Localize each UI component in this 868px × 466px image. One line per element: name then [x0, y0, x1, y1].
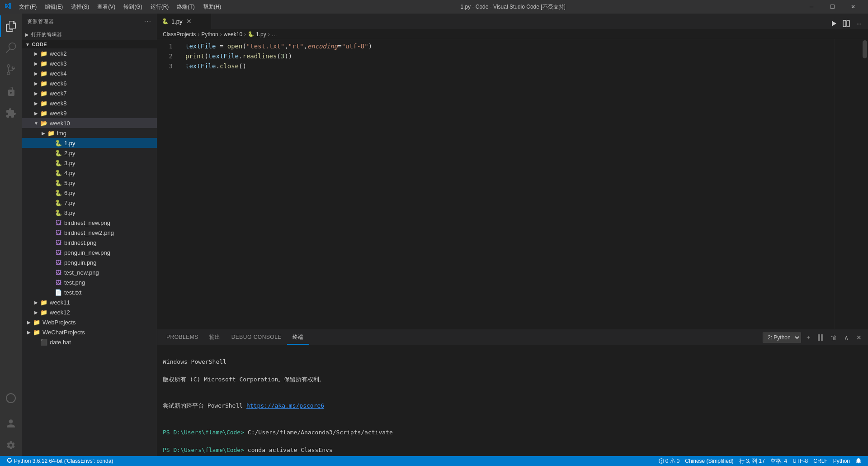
menu-terminal[interactable]: 终端(T): [173, 2, 198, 12]
new-terminal-button[interactable]: +: [803, 332, 814, 343]
tree-item-test-new-png[interactable]: 🖼 test_new.png: [22, 267, 157, 277]
close-button[interactable]: ✕: [843, 0, 863, 14]
tree-item-test-png[interactable]: 🖼 test.png: [22, 277, 157, 287]
activity-explorer[interactable]: [0, 15, 22, 37]
tree-item-birdnest-new-png[interactable]: 🖼 birdnest_new.png: [22, 218, 157, 228]
breadcrumb-python[interactable]: Python: [201, 31, 218, 38]
chevron-right-icon: ▶: [33, 310, 40, 315]
tree-item-birdnest-new2-png[interactable]: 🖼 birdnest_new2.png: [22, 228, 157, 238]
panel-tab-terminal[interactable]: 终端: [287, 331, 309, 345]
tree-item-birdnest-png[interactable]: 🖼 birdnest.png: [22, 238, 157, 247]
svg-rect-2: [847, 20, 849, 27]
tree-item-7py[interactable]: 🐍 7.py: [22, 198, 157, 208]
tree-item-wechatprojects[interactable]: ▶ 📁 WeChatProjects: [22, 327, 157, 337]
tree-item-webprojects[interactable]: ▶ 📁 WebProjects: [22, 317, 157, 327]
language-status-item[interactable]: Python: [830, 456, 853, 466]
image-file-icon: 🖼: [54, 279, 62, 286]
terminal-selector[interactable]: 2: Python: [763, 333, 801, 342]
minimize-button[interactable]: ─: [801, 0, 822, 14]
chevron-down-icon: ▼: [25, 42, 30, 47]
panel-tab-debug-console[interactable]: DEBUG CONSOLE: [226, 331, 287, 344]
line-col-status-item[interactable]: 行 3, 列 17: [736, 456, 768, 466]
activity-search[interactable]: [0, 37, 22, 59]
tree-item-week6[interactable]: ▶ 📁 week6: [22, 78, 157, 88]
terminal-url[interactable]: https://aka.ms/pscore6: [246, 402, 324, 409]
activity-source-control[interactable]: [0, 59, 22, 81]
editor-scrollbar[interactable]: [862, 39, 868, 329]
split-editor-button[interactable]: [841, 18, 852, 29]
tab-1py[interactable]: 🐍 1.py ✕: [157, 14, 212, 29]
menu-run[interactable]: 运行(R): [147, 2, 173, 12]
kill-terminal-button[interactable]: 🗑: [828, 332, 839, 343]
tree-item-6py[interactable]: 🐍 6.py: [22, 188, 157, 198]
tree-item-5py[interactable]: 🐍 5.py: [22, 178, 157, 188]
scrollbar-thumb[interactable]: [863, 40, 867, 58]
activity-settings[interactable]: [0, 434, 22, 456]
tab-close-button[interactable]: ✕: [185, 18, 193, 25]
eol-status-item[interactable]: CRLF: [811, 456, 830, 466]
breadcrumb-classprojects[interactable]: ClassProjects: [163, 31, 196, 38]
tree-item-week12[interactable]: ▶ 📁 week12: [22, 307, 157, 317]
tree-item-img[interactable]: ▶ 📁 img: [22, 128, 157, 138]
encoding-utf8-status-item[interactable]: UTF-8: [790, 456, 811, 466]
code-section-header[interactable]: ▼ CODE: [22, 40, 157, 48]
python-file-icon: 🐍: [54, 150, 62, 157]
menu-view[interactable]: 查看(V): [94, 2, 119, 12]
encoding-status-item[interactable]: Chinese (Simplified): [682, 456, 736, 466]
tree-item-week7[interactable]: ▶ 📁 week7: [22, 88, 157, 98]
tree-item-test-txt[interactable]: 📄 test.txt: [22, 287, 157, 297]
more-actions-button[interactable]: ···: [854, 18, 864, 29]
sidebar-more-button[interactable]: ···: [144, 17, 151, 25]
chevron-right-icon: ▶: [25, 330, 33, 335]
terminal-content[interactable]: Windows PowerShell 版权所有 (C) Microsoft Co…: [157, 346, 868, 456]
notifications-status-item[interactable]: [853, 456, 864, 466]
menu-edit[interactable]: 编辑(E): [41, 2, 66, 12]
tree-item-week8[interactable]: ▶ 📁 week8: [22, 98, 157, 108]
breadcrumb-1py[interactable]: 1.py: [256, 31, 266, 38]
spaces-status-item[interactable]: 空格: 4: [768, 456, 790, 466]
terminal-line-7: PS D:\Users\flame\Code> conda activate C…: [163, 446, 863, 455]
tree-item-8py[interactable]: 🐍 8.py: [22, 208, 157, 218]
remote-status-item[interactable]: Python 3.6.12 64-bit ('ClassEnvs': conda…: [4, 456, 116, 466]
panel-tab-problems[interactable]: PROBLEMS: [161, 331, 204, 344]
errors-warnings-status[interactable]: 0 0: [656, 456, 682, 466]
tree-item-1py[interactable]: 🐍 1.py: [22, 138, 157, 148]
tree-item-week11[interactable]: ▶ 📁 week11: [22, 297, 157, 307]
tree-item-date-bat[interactable]: ⬛ date.bat: [22, 337, 157, 347]
panel-tabs: PROBLEMS 输出 DEBUG CONSOLE 终端 2: Python +: [157, 330, 868, 346]
chevron-right-icon: ▶: [33, 71, 40, 76]
maximize-button[interactable]: ☐: [822, 0, 843, 14]
tree-item-week2[interactable]: ▶ 📁 week2: [22, 48, 157, 58]
menu-help[interactable]: 帮助(H): [199, 2, 225, 12]
code-content[interactable]: textFile = open("test.txt","rt",encoding…: [180, 39, 835, 329]
maximize-panel-button[interactable]: ∧: [841, 332, 852, 343]
activity-remote[interactable]: [0, 387, 22, 409]
tree-item-4py[interactable]: 🐍 4.py: [22, 168, 157, 178]
activity-accounts[interactable]: [0, 413, 22, 434]
menu-file[interactable]: 文件(F): [15, 2, 40, 12]
code-editor[interactable]: 1 2 3 textFile = open("test.txt","rt",en…: [157, 39, 868, 329]
tree-item-week9[interactable]: ▶ 📁 week9: [22, 108, 157, 118]
tree-item-week10[interactable]: ▼ 📂 week10: [22, 118, 157, 128]
close-panel-button[interactable]: ✕: [854, 332, 864, 343]
tree-item-penguin-png[interactable]: 🖼 penguin.png: [22, 257, 157, 267]
image-file-icon: 🖼: [54, 249, 62, 256]
open-editors-header[interactable]: ▶ 打开的编辑器: [22, 30, 157, 39]
menu-select[interactable]: 选择(S): [67, 2, 93, 12]
tree-item-week3[interactable]: ▶ 📁 week3: [22, 58, 157, 68]
run-button[interactable]: [828, 18, 839, 29]
tree-item-week4[interactable]: ▶ 📁 week4: [22, 68, 157, 78]
split-terminal-button[interactable]: [816, 332, 826, 343]
activity-extensions[interactable]: [0, 102, 22, 124]
panel-tab-output[interactable]: 输出: [204, 331, 226, 345]
panel: PROBLEMS 输出 DEBUG CONSOLE 终端 2: Python +: [157, 329, 868, 456]
folder-open-icon: 📂: [40, 120, 48, 127]
tree-item-2py[interactable]: 🐍 2.py: [22, 148, 157, 158]
activity-run-debug[interactable]: [0, 81, 22, 102]
file-tree: ▶ 📁 week2 ▶ 📁 week3 ▶ 📁 week4: [22, 48, 157, 456]
menu-go[interactable]: 转到(G): [120, 2, 146, 12]
breadcrumb-week10[interactable]: week10: [224, 31, 242, 38]
svg-point-7: [661, 462, 662, 463]
tree-item-3py[interactable]: 🐍 3.py: [22, 158, 157, 168]
tree-item-penguin-new-png[interactable]: 🖼 penguin_new.png: [22, 247, 157, 257]
